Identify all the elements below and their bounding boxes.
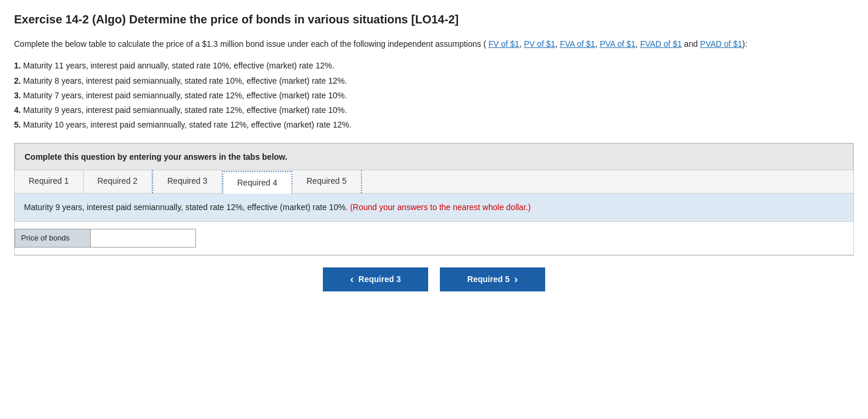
assumptions-list: 1. Maturity 11 years, interest paid annu… <box>14 59 854 132</box>
next-button[interactable]: Required 5 <box>440 267 545 291</box>
intro-text: Complete the below table to calculate th… <box>14 39 486 49</box>
pva-link[interactable]: PVA of $1 <box>600 39 635 49</box>
question-box-text: Complete this question by entering your … <box>25 152 287 162</box>
pvad-link[interactable]: PVAD of $1 <box>700 39 742 49</box>
next-chevron-icon <box>514 273 518 286</box>
page-title: Exercise 14-2 (Algo) Determine the price… <box>14 12 854 27</box>
fva-link[interactable]: FVA of $1 <box>560 39 595 49</box>
tab-required-5[interactable]: Required 5 <box>292 170 362 193</box>
tab-content-area: Maturity 9 years, interest paid semiannu… <box>15 194 853 221</box>
assumption-1: 1. Maturity 11 years, interest paid annu… <box>14 59 854 73</box>
intro-paragraph: Complete the below table to calculate th… <box>14 37 854 50</box>
fvad-link[interactable]: FVAD of $1 <box>640 39 681 49</box>
fv-link[interactable]: FV of $1 <box>488 39 519 49</box>
next-button-label: Required 5 <box>467 274 509 284</box>
assumption-3: 3. Maturity 7 years, interest paid semia… <box>14 88 854 103</box>
tab-required-4[interactable]: Required 4 <box>222 171 293 194</box>
question-box: Complete this question by entering your … <box>15 143 853 170</box>
price-of-bonds-input[interactable] <box>91 229 196 248</box>
round-note: (Round your answers to the nearest whole… <box>350 202 531 212</box>
tab-required-1[interactable]: Required 1 <box>15 170 84 193</box>
assumption-2: 2. Maturity 8 years, interest paid semia… <box>14 74 854 88</box>
assumption-5: 5. Maturity 10 years, interest paid semi… <box>14 118 854 132</box>
tab-required-3[interactable]: Required 3 <box>152 170 222 193</box>
assumption-4: 4. Maturity 9 years, interest paid semia… <box>14 103 854 118</box>
prev-button-label: Required 3 <box>359 274 401 284</box>
question-section: Complete this question by entering your … <box>14 143 854 255</box>
nav-buttons: Required 3 Required 5 <box>14 258 854 291</box>
pv-link[interactable]: PV of $1 <box>524 39 556 49</box>
tab-required-2[interactable]: Required 2 <box>84 170 153 193</box>
tabs-row: Required 1 Required 2 Required 3 Require… <box>15 170 853 194</box>
price-of-bonds-label: Price of bonds <box>15 229 91 248</box>
tab-main-text: Maturity 9 years, interest paid semiannu… <box>24 202 348 212</box>
prev-button[interactable]: Required 3 <box>323 267 428 291</box>
input-row: Price of bonds <box>15 222 853 255</box>
prev-chevron-icon <box>350 273 354 286</box>
